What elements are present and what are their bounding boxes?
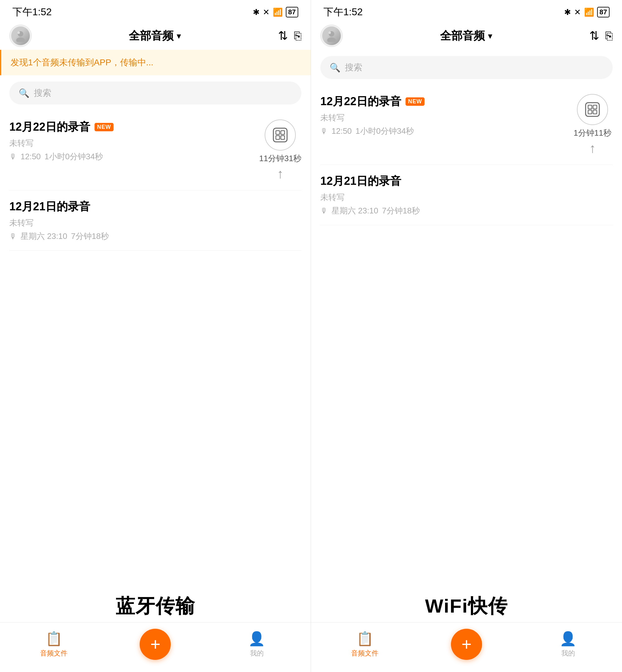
left-mic-icon-2: 🎙 xyxy=(9,232,17,241)
right-add-button[interactable]: + xyxy=(451,629,482,660)
left-action-duration-1: 11分钟31秒 xyxy=(259,153,301,164)
left-mic-icon-1: 🎙 xyxy=(9,153,17,161)
right-status-bar: 下午1:52 ✱ ✕ 📶 87 xyxy=(311,0,622,22)
svg-rect-6 xyxy=(276,136,280,139)
right-action-duration-1: 1分钟11秒 xyxy=(574,128,611,138)
right-signal-icon: ✕ xyxy=(574,7,581,17)
left-recording-item-1[interactable]: 12月22日的录音 NEW 未转写 🎙 12:50 1小时0分钟34秒 xyxy=(9,111,301,191)
right-recording-item-1[interactable]: 12月22日的录音 NEW 未转写 🎙 12:50 1小时0分钟34秒 xyxy=(320,85,613,165)
right-title-row-2: 12月21日的录音 xyxy=(320,174,613,189)
left-my-label: 我的 xyxy=(250,649,264,658)
left-title-row-2: 12月21日的录音 xyxy=(9,199,301,214)
left-recording-info-2: 12月21日的录音 未转写 🎙 星期六 23:10 7分钟18秒 xyxy=(9,199,301,242)
right-more-icon[interactable]: ⎘ xyxy=(606,29,613,43)
right-app-avatar[interactable] xyxy=(320,25,343,47)
left-add-button[interactable]: + xyxy=(140,629,171,660)
left-plus-icon: + xyxy=(150,634,161,654)
right-recording-status-2: 未转写 xyxy=(320,192,613,203)
right-bottom-nav: 📋 音频文件 + 👤 我的 xyxy=(311,622,622,672)
right-nav-my[interactable]: 👤 我的 xyxy=(546,631,590,658)
left-notification-text: 发现1个音频未传输到APP，传输中... xyxy=(10,58,153,67)
svg-point-10 xyxy=(329,31,331,34)
left-header-title-wrap[interactable]: 全部音频 ▾ xyxy=(129,28,181,43)
right-transfer-button-1[interactable] xyxy=(577,94,608,125)
right-recording-status-1: 未转写 xyxy=(320,112,572,123)
left-bottom-nav: 📋 音频文件 + 👤 我的 xyxy=(0,622,311,672)
left-recording-meta-1: 🎙 12:50 1小时0分钟34秒 xyxy=(9,151,259,162)
right-recording-duration-2: 7分钟18秒 xyxy=(382,205,419,216)
svg-rect-3 xyxy=(273,128,287,142)
left-recording-duration-1: 1小时0分钟34秒 xyxy=(44,151,103,162)
left-status-time: 下午1:52 xyxy=(12,5,51,19)
left-recording-time-2: 星期六 23:10 xyxy=(21,231,67,242)
bluetooth-icon: ✱ xyxy=(253,7,260,17)
left-sort-icon[interactable]: ⇅ xyxy=(278,29,288,43)
right-search-placeholder: 搜索 xyxy=(345,62,362,73)
left-nav-files[interactable]: 📋 音频文件 xyxy=(32,631,76,658)
right-recording-duration-1: 1小时0分钟34秒 xyxy=(355,126,414,137)
right-header-title: 全部音频 xyxy=(440,28,485,43)
left-recording-list: 12月22日的录音 NEW 未转写 🎙 12:50 1小时0分钟34秒 xyxy=(0,111,311,622)
left-notification-banner: 发现1个音频未传输到APP，传输中... xyxy=(0,50,311,75)
right-recording-list: 12月22日的录音 NEW 未转写 🎙 12:50 1小时0分钟34秒 xyxy=(311,85,622,622)
right-avatar-image xyxy=(322,27,341,45)
right-nav-files[interactable]: 📋 音频文件 xyxy=(343,631,387,658)
left-more-icon[interactable]: ⎘ xyxy=(294,29,301,43)
left-recording-meta-2: 🎙 星期六 23:10 7分钟18秒 xyxy=(9,231,301,242)
left-recording-title-1: 12月22日的录音 xyxy=(9,120,90,135)
right-header-title-wrap[interactable]: 全部音频 ▾ xyxy=(440,28,492,43)
right-recording-time-1: 12:50 xyxy=(332,126,352,136)
left-recording-time-1: 12:50 xyxy=(21,152,41,162)
left-recording-title-2: 12月21日的录音 xyxy=(9,199,90,214)
svg-point-9 xyxy=(327,37,336,42)
right-recording-item-2[interactable]: 12月21日的录音 未转写 🎙 星期六 23:10 7分钟18秒 xyxy=(320,165,613,225)
right-search-bar[interactable]: 🔍 搜索 xyxy=(320,56,613,79)
right-upload-icon-1[interactable]: ↑ xyxy=(589,141,596,156)
left-recording-item-2[interactable]: 12月21日的录音 未转写 🎙 星期六 23:10 7分钟18秒 xyxy=(9,191,301,251)
transfer-icon xyxy=(272,127,288,143)
left-files-label: 音频文件 xyxy=(40,649,68,658)
right-recording-info-2: 12月21日的录音 未转写 🎙 星期六 23:10 7分钟18秒 xyxy=(320,174,613,216)
right-phone-panel: 下午1:52 ✱ ✕ 📶 87 全部音频 ▾ ⇅ ⎘ xyxy=(311,0,622,672)
left-header-title: 全部音频 xyxy=(129,28,174,43)
right-recording-action-1: 1分钟11秒 ↑ xyxy=(572,94,613,156)
right-mic-icon-2: 🎙 xyxy=(320,207,328,215)
left-status-icons: ✱ ✕ 📶 87 xyxy=(253,7,298,18)
left-recording-status-1: 未转写 xyxy=(9,138,259,149)
right-sort-icon[interactable]: ⇅ xyxy=(589,29,599,43)
svg-rect-11 xyxy=(586,103,599,116)
right-new-badge-1: NEW xyxy=(406,97,424,106)
svg-rect-5 xyxy=(281,131,284,134)
right-avatar-svg xyxy=(325,30,338,42)
left-my-icon: 👤 xyxy=(248,631,265,647)
svg-rect-12 xyxy=(588,105,592,109)
left-transfer-button-1[interactable] xyxy=(265,120,296,150)
left-upload-icon-1[interactable]: ↑ xyxy=(277,166,284,181)
right-battery-icon: 87 xyxy=(597,7,610,18)
left-new-badge-1: NEW xyxy=(95,123,113,131)
right-recording-title-2: 12月21日的录音 xyxy=(320,174,401,189)
svg-rect-4 xyxy=(276,131,280,134)
right-status-time: 下午1:52 xyxy=(323,5,362,19)
right-recording-meta-2: 🎙 星期六 23:10 7分钟18秒 xyxy=(320,205,613,216)
right-wifi-icon: 📶 xyxy=(584,7,594,17)
avatar-svg xyxy=(14,30,27,42)
signal-icon: ✕ xyxy=(263,7,270,17)
right-files-label: 音频文件 xyxy=(351,649,379,658)
left-search-bar[interactable]: 🔍 搜索 xyxy=(9,81,301,104)
left-status-bar: 下午1:52 ✱ ✕ 📶 87 xyxy=(0,0,311,22)
right-chevron-down-icon: ▾ xyxy=(488,31,492,41)
left-recording-action-1: 11分钟31秒 ↑ xyxy=(259,120,301,181)
right-app-header: 全部音频 ▾ ⇅ ⎘ xyxy=(311,22,622,50)
left-app-avatar[interactable] xyxy=(9,25,32,47)
battery-icon: 87 xyxy=(286,7,298,18)
right-recording-info-1: 12月22日的录音 NEW 未转写 🎙 12:50 1小时0分钟34秒 xyxy=(320,94,572,137)
left-nav-my[interactable]: 👤 我的 xyxy=(235,631,279,658)
right-my-icon: 👤 xyxy=(559,631,577,647)
right-status-icons: ✱ ✕ 📶 87 xyxy=(564,7,610,18)
left-recording-status-2: 未转写 xyxy=(9,217,301,228)
right-mic-icon-1: 🎙 xyxy=(320,127,328,136)
svg-rect-7 xyxy=(281,136,284,139)
left-app-header: 全部音频 ▾ ⇅ ⎘ xyxy=(0,22,311,50)
svg-rect-14 xyxy=(588,110,592,114)
